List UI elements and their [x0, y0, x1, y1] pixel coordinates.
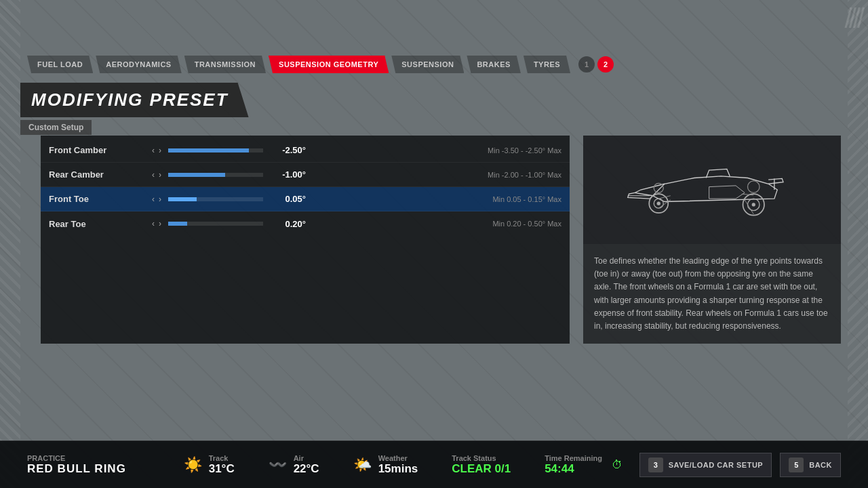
setting-name-rear-toe: Rear Toe: [49, 219, 151, 229]
setting-value-rear-toe: 0.20°: [269, 219, 306, 229]
setting-row-rear-toe[interactable]: Rear Toe ‹ › 0.20° Min 0.20 - 0.50° Max: [41, 211, 570, 236]
weather-text: Weather 15mins: [378, 454, 418, 476]
back-button[interactable]: 5 BACK: [780, 453, 841, 477]
modifying-preset-banner: MODIFYING PRESET: [20, 83, 249, 117]
arrow-left-rear-camber[interactable]: ‹: [151, 170, 156, 180]
arrow-left-rear-toe[interactable]: ‹: [151, 219, 156, 228]
progress-track-front-camber: [168, 148, 263, 152]
svg-point-9: [748, 181, 760, 193]
save-load-button[interactable]: 3 SAVE/LOAD CAR SETUP: [639, 453, 772, 477]
setting-value-front-toe: 0.05°: [269, 194, 306, 204]
svg-point-8: [752, 203, 755, 206]
arrow-right-rear-toe[interactable]: ›: [157, 219, 163, 228]
location-info: Practice RED BULL RING: [27, 454, 126, 476]
setting-range-rear-camber: Min -2.00 - -1.00° Max: [488, 171, 561, 179]
preset-subtitle: Custom Setup: [20, 120, 92, 135]
air-icon: 〰️: [269, 456, 287, 474]
bar-container-rear-camber: -1.00°: [168, 169, 488, 180]
setting-range-front-camber: Min -3.50 - -2.50° Max: [488, 146, 561, 155]
svg-line-11: [658, 200, 671, 208]
setting-name-rear-camber: Rear Camber: [49, 169, 151, 180]
arrow-right-front-camber[interactable]: ›: [157, 146, 163, 155]
setting-row-front-camber[interactable]: Front Camber ‹ › -2.50° Min -3.50 - -2.5…: [41, 138, 570, 163]
track-value: 31°C: [209, 462, 235, 476]
left-decoration: [0, 0, 20, 488]
setting-range-front-toe: Min 0.05 - 0.15° Max: [492, 195, 561, 203]
setting-value-front-camber: -2.50°: [269, 145, 306, 155]
progress-fill-front-toe: [168, 197, 197, 201]
tab-suspension[interactable]: SUSPENSION: [391, 56, 464, 73]
bar-container-rear-toe: 0.20°: [168, 219, 492, 229]
air-text: Air 22°C: [294, 454, 319, 476]
status-items: ☀️ Track 31°C 〰️ Air 22°C 🌤️ Weather 15m…: [167, 454, 639, 476]
arrow-left-front-toe[interactable]: ‹: [151, 195, 156, 204]
status-bar: Practice RED BULL RING ☀️ Track 31°C 〰️ …: [0, 441, 868, 488]
setting-name-front-camber: Front Camber: [49, 145, 151, 155]
car-svg: [617, 149, 807, 230]
page-title: MODIFYING PRESET: [31, 89, 229, 110]
progress-fill-rear-camber: [168, 173, 225, 177]
setting-value-rear-camber: -1.00°: [269, 169, 306, 180]
title-section: MODIFYING PRESET Custom Setup: [20, 83, 249, 135]
page-1-dot[interactable]: 1: [578, 56, 595, 73]
weather-value: 15mins: [378, 462, 418, 476]
setting-range-rear-toe: Min 0.20 - 0.50° Max: [492, 220, 561, 228]
tab-suspension-geometry[interactable]: SUSPENSION GEOMETRY: [269, 56, 389, 73]
save-btn-label: SAVE/LOAD CAR SETUP: [669, 461, 763, 469]
air-value: 22°C: [294, 462, 319, 476]
bar-container-front-toe: 0.05°: [168, 194, 492, 204]
nav-tabs: FUEL LOAD AERODYNAMICS TRANSMISSION SUSP…: [27, 56, 614, 73]
info-panel: Toe defines whether the leading edge of …: [583, 136, 841, 344]
status-weather: 🌤️ Weather 15mins: [353, 454, 418, 476]
right-decoration: [848, 0, 868, 488]
setting-row-rear-camber[interactable]: Rear Camber ‹ › -1.00° Min -2.00 - -1.00…: [41, 163, 570, 187]
progress-track-rear-toe: [168, 222, 263, 226]
status-air: 〰️ Air 22°C: [269, 454, 319, 476]
time-remaining-text: Time Remaining 54:44: [545, 454, 602, 476]
weather-icon: 🌤️: [353, 456, 372, 474]
arrow-right-front-toe[interactable]: ›: [157, 195, 163, 204]
progress-fill-front-camber: [168, 148, 249, 152]
session-label: Practice: [27, 454, 126, 462]
track-status-text: Track Status CLEAR 0/1: [452, 454, 511, 476]
sun-icon: ☀️: [184, 456, 202, 474]
setting-arrows-rear-toe: ‹ ›: [151, 219, 163, 228]
tab-transmission[interactable]: TRANSMISSION: [184, 56, 266, 73]
track-status-label: Track Status: [452, 454, 511, 462]
weather-label: Weather: [378, 454, 418, 462]
status-track: ☀️ Track 31°C: [184, 454, 235, 476]
progress-fill-rear-toe: [168, 222, 187, 226]
back-btn-label: BACK: [809, 461, 832, 469]
progress-track-rear-camber: [168, 173, 263, 177]
car-illustration: [583, 136, 841, 244]
setting-arrows-front-camber: ‹ ›: [151, 146, 163, 155]
svg-point-5: [654, 183, 663, 192]
tab-fuel-load[interactable]: FUEL LOAD: [27, 56, 93, 73]
location-name: RED BULL RING: [27, 462, 126, 476]
arrow-right-rear-camber[interactable]: ›: [157, 170, 163, 180]
air-label: Air: [294, 454, 319, 462]
status-time-remaining: Time Remaining 54:44 ⏱: [545, 454, 623, 476]
page-2-dot[interactable]: 2: [597, 56, 614, 73]
setting-row-front-toe[interactable]: Front Toe ‹ › 0.05° Min 0.05 - 0.15° Max: [41, 187, 570, 211]
svg-point-4: [657, 202, 660, 205]
tab-brakes[interactable]: BRAKES: [467, 56, 520, 73]
bar-container-front-camber: -2.50°: [168, 145, 488, 155]
timer-icon: ⏱: [612, 459, 623, 471]
track-text: Track 31°C: [209, 454, 235, 476]
time-remaining-label: Time Remaining: [545, 454, 602, 462]
tab-aerodynamics[interactable]: AERODYNAMICS: [96, 56, 181, 73]
arrow-left-front-camber[interactable]: ‹: [151, 146, 156, 155]
settings-panel: Front Camber ‹ › -2.50° Min -3.50 - -2.5…: [41, 136, 570, 344]
track-label: Track: [209, 454, 235, 462]
back-btn-number: 5: [789, 458, 804, 472]
time-remaining-value: 54:44: [545, 462, 602, 476]
setting-name-front-toe: Front Toe: [49, 194, 151, 204]
track-status-value: CLEAR 0/1: [452, 462, 511, 476]
main-content: Front Camber ‹ › -2.50° Min -3.50 - -2.5…: [41, 136, 841, 344]
info-description: Toe defines whether the leading edge of …: [583, 244, 841, 344]
save-btn-number: 3: [648, 458, 663, 472]
action-buttons: 3 SAVE/LOAD CAR SETUP 5 BACK: [639, 453, 841, 477]
tab-tyres[interactable]: TYRES: [524, 56, 570, 73]
page-indicators: 1 2: [578, 56, 614, 73]
